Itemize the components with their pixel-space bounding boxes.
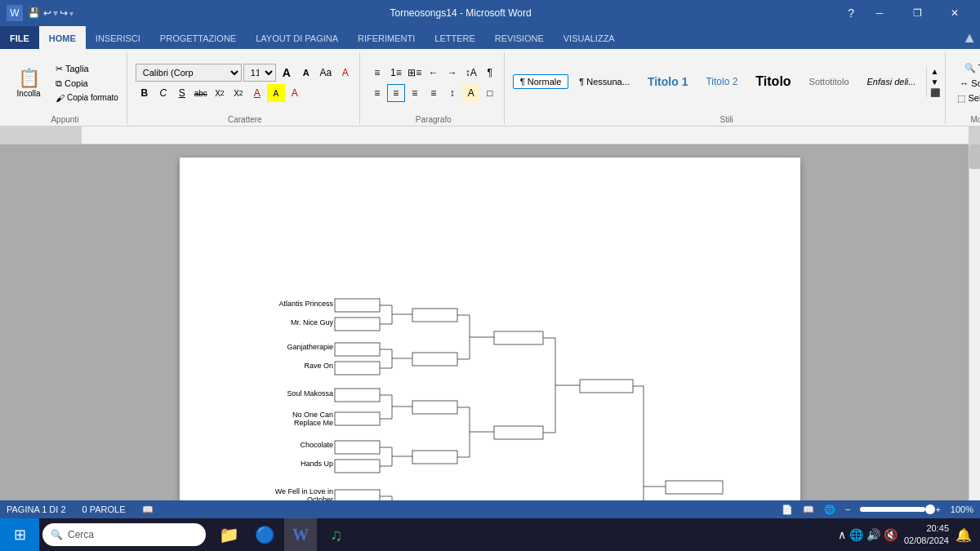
volume-icon[interactable]: 🔊: [866, 528, 880, 541]
chevron-up-icon[interactable]: ∧: [838, 528, 846, 541]
minimize-button[interactable]: ─: [861, 0, 898, 26]
strikethrough-button[interactable]: abc: [192, 84, 210, 102]
web-view-icon[interactable]: 🌐: [824, 504, 835, 515]
style-normal[interactable]: ¶ Normale: [513, 74, 569, 89]
style-subtitle[interactable]: Sottotitolo: [802, 74, 857, 89]
clear-format-button[interactable]: A: [336, 64, 354, 82]
zoom-slider[interactable]: [860, 507, 925, 512]
close-button[interactable]: ✕: [936, 0, 973, 26]
undo-icon[interactable]: ↩: [43, 7, 51, 19]
notifications-icon[interactable]: 🔔: [956, 527, 972, 543]
borders-button[interactable]: □: [481, 84, 499, 102]
style-title[interactable]: Titolo: [748, 72, 798, 91]
format-painter-button[interactable]: 🖌 Copia formato: [52, 91, 122, 104]
multilevel-button[interactable]: ⊞≡: [406, 64, 424, 82]
font-grow-button[interactable]: A: [278, 64, 296, 82]
numbering-button[interactable]: 1≡: [387, 64, 405, 82]
paste-button[interactable]: 📋 Incolla: [8, 56, 49, 109]
taskbar-search[interactable]: 🔍 Cerca: [42, 523, 206, 546]
bold-button[interactable]: B: [136, 84, 154, 102]
find-icon: 🔍: [964, 63, 976, 73]
font-color2-button[interactable]: A: [286, 84, 304, 102]
font-name-select[interactable]: Calibri (Corp: [136, 64, 242, 82]
style-h1[interactable]: Titolo 1: [640, 73, 696, 91]
scrollbar-thumb[interactable]: [969, 144, 980, 169]
sort-button[interactable]: ↕A: [462, 64, 480, 82]
zoom-in-button[interactable]: +: [935, 504, 940, 514]
zoom-out-button[interactable]: −: [845, 504, 850, 514]
change-case-button[interactable]: Aa: [317, 64, 335, 82]
line-spacing-button[interactable]: ↕: [443, 84, 461, 102]
paragraph-label: Paragrafo: [368, 113, 499, 124]
r1-box-1b: [335, 318, 380, 331]
decrease-indent-button[interactable]: ←: [425, 64, 443, 82]
taskbar-spotify-icon[interactable]: ♫: [320, 518, 353, 551]
help-icon[interactable]: ?: [848, 7, 854, 20]
tab-progettazione[interactable]: PROGETTAZIONE: [150, 26, 246, 51]
superscript-button[interactable]: X2: [229, 84, 247, 102]
scrollbar-v[interactable]: [969, 144, 980, 500]
read-mode-icon[interactable]: 📖: [803, 504, 814, 515]
select-button[interactable]: ⬚ Seleziona ▾: [954, 91, 980, 105]
font-color-button[interactable]: A: [248, 84, 266, 102]
restore-button[interactable]: ❐: [898, 0, 936, 26]
style-no-spacing[interactable]: ¶ Nessuna...: [572, 74, 637, 89]
styles-label: Stili: [513, 113, 941, 124]
entry-7: Chocolate: [300, 441, 333, 449]
taskbar-explorer-icon[interactable]: 📁: [212, 518, 245, 551]
styles-down-button[interactable]: ▼: [930, 78, 940, 87]
align-right-button[interactable]: ≡: [406, 84, 424, 102]
copy-button[interactable]: ⧉ Copia: [52, 77, 122, 91]
undo-dropdown-icon[interactable]: ▾: [53, 7, 58, 19]
word-count: 0 PAROLE: [82, 504, 126, 514]
redo-icon[interactable]: ↪: [60, 7, 68, 19]
style-h2[interactable]: Titolo 2: [698, 73, 745, 90]
justify-button[interactable]: ≡: [425, 84, 443, 102]
taskbar-clock[interactable]: 20:45 02/08/2024: [904, 522, 949, 548]
increase-indent-button[interactable]: →: [443, 64, 461, 82]
copy-icon: ⧉: [56, 78, 62, 89]
zoom-handle[interactable]: [925, 504, 935, 514]
r1-box-3b: [335, 412, 380, 425]
font-size-select[interactable]: 11: [243, 64, 276, 82]
replace-button[interactable]: ↔ Sostituisci: [956, 77, 980, 90]
save-icon[interactable]: 💾: [28, 7, 40, 19]
underline-button[interactable]: S: [173, 84, 191, 102]
styles-group: ¶ Normale ¶ Nessuna... Titolo 1 Titolo 2…: [508, 52, 947, 124]
tab-riferimenti[interactable]: RIFERIMENTI: [348, 26, 425, 51]
italic-button[interactable]: C: [154, 84, 172, 102]
cut-button[interactable]: ✂ Taglia: [52, 62, 122, 76]
show-formatting-button[interactable]: ¶: [481, 64, 499, 82]
replace-icon: ↔: [960, 78, 969, 88]
font-shrink-button[interactable]: A: [297, 64, 315, 82]
subscript-button[interactable]: X2: [211, 84, 229, 102]
taskbar-chrome-icon[interactable]: 🔵: [248, 518, 281, 551]
bullets-button[interactable]: ≡: [368, 64, 386, 82]
find-button[interactable]: 🔍 Trova ▾: [961, 61, 980, 75]
network-icon[interactable]: 🌐: [849, 528, 863, 541]
tab-revisione[interactable]: REVISIONE: [485, 26, 554, 51]
ribbon-collapse-icon[interactable]: ▲: [962, 29, 977, 47]
align-center-button[interactable]: ≡: [387, 84, 405, 102]
tab-visualizza[interactable]: VISUALIZZA: [554, 26, 625, 51]
tab-file[interactable]: FILE: [0, 26, 39, 51]
taskbar-word-icon[interactable]: W: [284, 518, 317, 551]
styles-more-button[interactable]: ⬛: [930, 88, 940, 97]
language-icon: 📖: [142, 504, 154, 515]
r1-box-4a: [335, 441, 380, 454]
tab-home[interactable]: HOME: [39, 26, 86, 51]
align-left-button[interactable]: ≡: [368, 84, 386, 102]
tab-inserisci[interactable]: INSERISCI: [86, 26, 150, 51]
style-emphasis[interactable]: Enfasi deli...: [860, 74, 924, 89]
highlight-button[interactable]: A: [267, 84, 285, 102]
entry-6b: Replace Me: [294, 419, 333, 427]
speaker-icon[interactable]: 🔇: [884, 528, 898, 541]
print-layout-icon[interactable]: 📄: [782, 504, 793, 515]
format-painter-label: Copia formato: [67, 93, 118, 102]
styles-up-button[interactable]: ▲: [930, 67, 940, 76]
shading-button[interactable]: A: [462, 84, 480, 102]
start-button[interactable]: ⊞: [0, 518, 39, 551]
r2-box-2: [412, 353, 457, 366]
tab-lettere[interactable]: LETTERE: [425, 26, 485, 51]
tab-layout[interactable]: LAYOUT DI PAGINA: [246, 26, 348, 51]
